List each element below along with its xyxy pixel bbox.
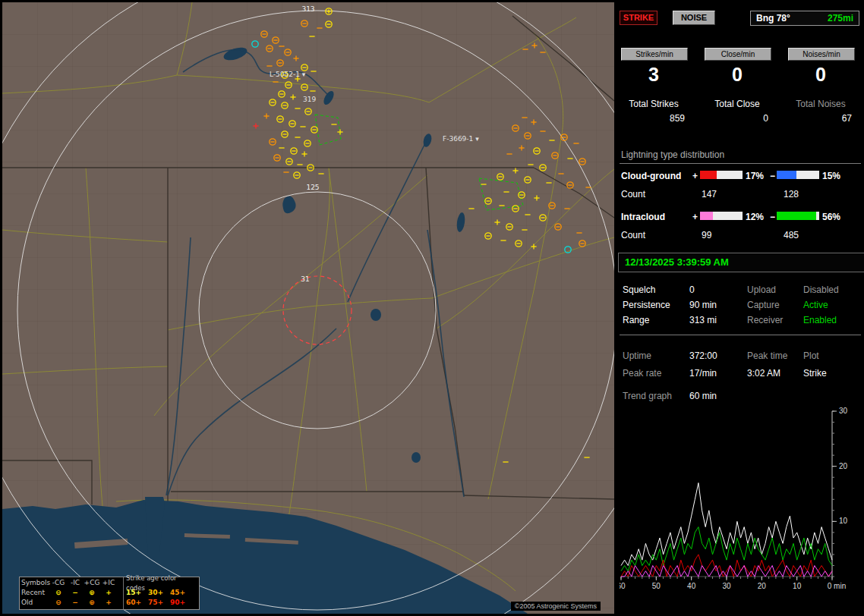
stats-row: Uptime 372:00 Peak time Plot xyxy=(616,350,864,362)
recent-cg-pos-icon: ⊕ xyxy=(84,588,100,598)
total-close-label: Total Close xyxy=(700,99,774,109)
cg-plus-count: 147 xyxy=(702,188,717,200)
peak-time-label: Peak time xyxy=(747,350,787,362)
peak-rate-label: Peak rate xyxy=(623,367,661,379)
x-tick-label: 0 min xyxy=(828,582,846,590)
trend-window-value: 60 min xyxy=(689,390,717,402)
plus-sign: + xyxy=(692,211,698,223)
peak-time-value: 3:02 AM xyxy=(747,367,780,379)
status-row: Range 313 mi Receiver Enabled xyxy=(616,314,864,326)
legend-symbols-title: Symbols xyxy=(21,578,50,588)
y-tick-label: 30 xyxy=(839,407,848,415)
total-strikes-value: 859 xyxy=(616,113,692,124)
recent-cg-neg-icon: ⊖ xyxy=(50,588,67,598)
old-cg-pos-icon: ⊕ xyxy=(84,598,100,608)
close-per-min-value: 0 xyxy=(705,64,770,86)
range-value: 313 mi xyxy=(689,314,717,326)
legend-col-ic-pos: +IC xyxy=(100,578,117,588)
cg-minus-bar xyxy=(777,171,819,179)
age-45: 45+ xyxy=(170,588,192,598)
total-strikes-label: Total Strikes xyxy=(616,99,691,109)
ic-minus-count: 485 xyxy=(784,229,799,241)
cg-minus-count: 128 xyxy=(784,188,799,200)
x-tick-label: 60 xyxy=(620,582,626,590)
range-ring-label: 31 xyxy=(301,275,309,283)
intracloud-label: Intracloud xyxy=(621,211,665,223)
ic-minus-pct: 56% xyxy=(822,211,840,223)
cg-plus-bar xyxy=(700,171,743,179)
ic-plus-bar xyxy=(700,212,743,220)
strike-mode-button[interactable]: STRIKE xyxy=(620,11,657,25)
legend-col-ic-neg: -IC xyxy=(67,578,84,588)
datetime-display: 12/13/2025 3:39:59 AM xyxy=(618,253,864,272)
age-15: 15+ xyxy=(126,588,148,598)
cg-minus-pct: 15% xyxy=(822,170,840,182)
persistence-value: 90 min xyxy=(689,299,717,311)
copyright-text: ©2005 Astrogenic Systems xyxy=(511,602,601,611)
squelch-label: Squelch xyxy=(623,284,655,296)
uptime-label: Uptime xyxy=(623,350,651,362)
plus-sign: + xyxy=(692,170,698,182)
status-row: Squelch 0 Upload Disabled xyxy=(616,284,864,296)
capture-label: Capture xyxy=(747,299,780,311)
trend-graph: 3020106050403020100 min xyxy=(620,405,856,595)
plot-label: Plot xyxy=(803,350,819,362)
age-30: 30+ xyxy=(148,588,170,598)
x-tick-label: 20 xyxy=(758,582,767,590)
status-row: Persistence 90 min Capture Active xyxy=(616,299,864,311)
lightning-map[interactable]: 31312531L-5052-1 ▾319F-3669-1 ▾ Symbols … xyxy=(2,2,614,614)
strikes-per-min-button[interactable]: Strikes/min xyxy=(621,48,688,61)
legend-col-cg-pos: +CG xyxy=(84,578,100,588)
recent-ic-neg-icon: − xyxy=(67,588,84,598)
intracloud-row: Intracloud + 12% − 56% xyxy=(616,211,864,223)
trend-series-strike xyxy=(621,483,832,566)
map-svg: 31312531L-5052-1 ▾319F-3669-1 ▾ xyxy=(2,2,614,614)
receiver-value: Enabled xyxy=(803,314,837,326)
close-per-min-button[interactable]: Close/min xyxy=(705,48,771,61)
y-tick-label: 10 xyxy=(839,517,848,525)
persistence-label: Persistence xyxy=(623,299,670,311)
minus-sign: − xyxy=(770,170,775,182)
x-tick-label: 30 xyxy=(722,582,731,590)
upload-label: Upload xyxy=(747,284,776,296)
plot-value: Strike xyxy=(803,367,827,379)
storm-cell-label: 319 xyxy=(303,96,316,103)
stats-row: Peak rate 17/min 3:02 AM Strike xyxy=(616,367,864,379)
legend-symbols-table: Symbols -CG -IC +CG +IC Recent ⊖ − ⊕ + O… xyxy=(20,577,124,609)
count-label: Count xyxy=(621,188,645,200)
range-label: Range xyxy=(623,314,649,326)
cg-plus-pct: 17% xyxy=(746,170,764,182)
legend-col-cg-neg: -CG xyxy=(50,578,67,588)
divider xyxy=(620,163,861,164)
minus-sign: − xyxy=(770,211,775,223)
distribution-title: Lightning type distribution xyxy=(621,149,724,160)
cloud-ground-label: Cloud-ground xyxy=(621,170,681,182)
age-60: 60+ xyxy=(126,598,148,608)
squelch-value: 0 xyxy=(689,284,695,296)
noises-per-min-button[interactable]: Noises/min xyxy=(788,48,855,61)
trend-graph-label: Trend graph xyxy=(623,390,672,402)
cloud-ground-count-row: Count 147 128 xyxy=(616,188,864,200)
age-75: 75+ xyxy=(148,598,170,608)
bearing-range-value: 275mi xyxy=(828,11,853,25)
map-legend: Symbols -CG -IC +CG +IC Recent ⊖ − ⊕ + O… xyxy=(19,577,200,610)
divider xyxy=(620,335,861,335)
app-window: 31312531L-5052-1 ▾319F-3669-1 ▾ Symbols … xyxy=(0,0,864,616)
count-label: Count xyxy=(621,229,645,241)
x-tick-label: 50 xyxy=(652,582,661,590)
bearing-display[interactable]: Bng 78° 275mi xyxy=(750,11,859,26)
peak-rate-value: 17/min xyxy=(689,367,717,379)
x-tick-label: 40 xyxy=(687,582,696,590)
receiver-label: Receiver xyxy=(747,314,783,326)
age-90: 90+ xyxy=(170,598,192,608)
control-panel: STRIKE NOISE Bng 78° 275mi Strikes/min C… xyxy=(616,0,864,616)
intracloud-count-row: Count 99 485 xyxy=(616,229,864,241)
old-ic-neg-icon: − xyxy=(67,598,84,608)
ic-plus-pct: 12% xyxy=(746,211,764,223)
storm-cell-label: F-3669-1 ▾ xyxy=(443,135,479,143)
strikes-per-min-value: 3 xyxy=(621,64,686,86)
storm-cell-label: L-5052-1 ▾ xyxy=(270,71,306,78)
bearing-value: Bng 78° xyxy=(756,11,790,25)
noise-mode-button[interactable]: NOISE xyxy=(673,11,715,25)
cloud-ground-row: Cloud-ground + 17% − 15% xyxy=(616,170,864,182)
